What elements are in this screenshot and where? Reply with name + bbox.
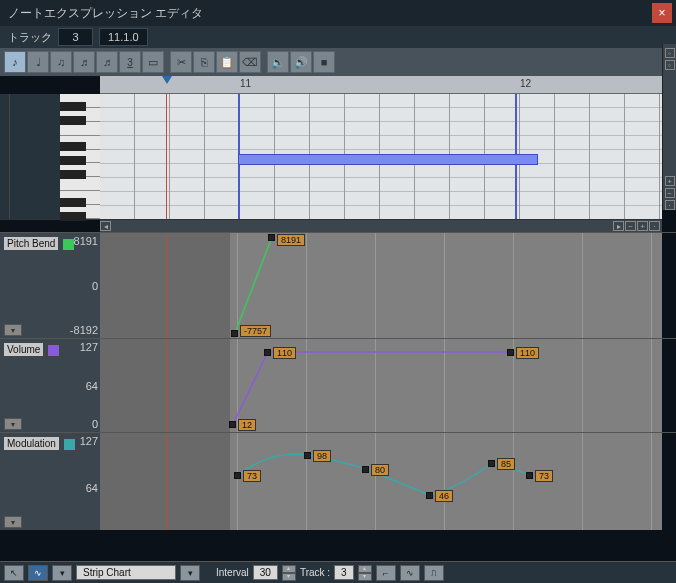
vctrl-add[interactable]: + <box>665 176 675 186</box>
lane-modulation: Modulation 127 64 ▾ 73 98 80 46 85 73 <box>0 432 676 530</box>
data-label: 46 <box>435 490 453 502</box>
data-point[interactable] <box>268 234 275 241</box>
lane-title: Modulation <box>4 437 59 450</box>
st-tool-b[interactable]: ∿ <box>400 565 420 581</box>
window-title: ノートエクスプレッション エディタ <box>8 5 203 22</box>
title-bar: ノートエクスプレッション エディタ × <box>0 0 676 26</box>
data-point[interactable] <box>264 349 271 356</box>
status-bar: ↖ ∿ ▾ Strip Chart ▾ Interval 30 ▴▾ Track… <box>0 561 676 583</box>
data-label: -7757 <box>240 325 271 337</box>
piano-gutter <box>0 94 10 219</box>
track-label: トラック <box>8 30 52 45</box>
st-tool-a[interactable]: ⌐ <box>376 565 396 581</box>
piano-roll: C3 <box>0 94 662 220</box>
data-point[interactable] <box>229 421 236 428</box>
tool-paste-icon[interactable]: 📋 <box>216 51 238 73</box>
hctrl-minus[interactable]: − <box>625 221 636 231</box>
ruler-mark: 11 <box>240 78 251 89</box>
track-position[interactable]: 11.1.0 <box>99 28 148 46</box>
data-point[interactable] <box>426 492 433 499</box>
data-label: 73 <box>535 470 553 482</box>
data-point[interactable] <box>362 466 369 473</box>
ruler-mark: 12 <box>520 78 531 89</box>
st-dropdown-1[interactable]: ▾ <box>52 565 72 581</box>
data-label: 73 <box>243 470 261 482</box>
tool-erase-icon[interactable]: ⌫ <box>239 51 261 73</box>
lane-header: Modulation 127 64 ▾ <box>0 433 100 530</box>
vctrl-minus[interactable]: − <box>665 188 675 198</box>
lane-canvas[interactable]: 12 110 110 <box>100 339 662 432</box>
tool-tuplet[interactable]: 3 <box>119 51 141 73</box>
st-tool-c[interactable]: ⎍ <box>424 565 444 581</box>
st-mode[interactable]: Strip Chart <box>76 565 176 580</box>
lane-canvas[interactable]: 73 98 80 46 85 73 <box>100 433 662 530</box>
st-interval-label: Interval <box>216 567 249 578</box>
tool-note-3[interactable]: ♫ <box>50 51 72 73</box>
track-info-bar: トラック 3 11.1.0 <box>0 26 676 48</box>
hctrl-dot[interactable]: · <box>649 221 660 231</box>
lane-volume: Volume 127 64 0 ▾ 12 110 110 <box>0 338 676 432</box>
midi-note[interactable] <box>238 154 538 165</box>
st-track-spinner[interactable]: ▴▾ <box>358 565 372 581</box>
lane-title: Volume <box>4 343 43 356</box>
lane-dropdown-icon[interactable]: ▾ <box>4 324 22 336</box>
data-label: 8191 <box>277 234 305 246</box>
tool-copy-icon[interactable]: ⎘ <box>193 51 215 73</box>
vctrl-dot[interactable]: · <box>665 200 675 210</box>
lane-color-icon[interactable] <box>48 345 59 356</box>
data-label: 110 <box>273 347 296 359</box>
data-label: 12 <box>238 419 256 431</box>
lane-canvas[interactable]: -7757 8191 <box>100 233 662 338</box>
tool-crop[interactable]: ▭ <box>142 51 164 73</box>
tool-cut-icon[interactable]: ✂ <box>170 51 192 73</box>
tool-speaker-icon[interactable]: 🔊 <box>290 51 312 73</box>
close-button[interactable]: × <box>652 3 672 23</box>
data-label: 80 <box>371 464 389 476</box>
tool-note-5[interactable]: ♬ <box>96 51 118 73</box>
piano-keys[interactable] <box>60 94 100 219</box>
lane-scale: 127 64 <box>68 433 98 530</box>
data-point[interactable] <box>304 452 311 459</box>
tool-note-2[interactable]: ♩ <box>27 51 49 73</box>
playhead-marker[interactable] <box>162 76 172 84</box>
vctrl-2[interactable]: ◦ <box>665 60 675 70</box>
data-point[interactable] <box>488 460 495 467</box>
track-number[interactable]: 3 <box>58 28 93 46</box>
lane-pitch-bend: Pitch Bend 8191 0 -8192 ▾ -7757 8191 <box>0 232 676 338</box>
tool-stop-icon[interactable]: ■ <box>313 51 335 73</box>
toolbar: ♪ ♩ ♫ ♬ ♬ 3 ▭ ✂ ⎘ 📋 ⌫ 🔈 🔊 ■ <box>0 48 676 76</box>
lane-header: Volume 127 64 0 ▾ <box>0 339 100 432</box>
lane-dropdown-icon[interactable]: ▾ <box>4 516 22 528</box>
lane-dropdown-icon[interactable]: ▾ <box>4 418 22 430</box>
data-point[interactable] <box>231 330 238 337</box>
hctrl-plus[interactable]: + <box>637 221 648 231</box>
st-track-label: Track : <box>300 567 330 578</box>
st-interval-value[interactable]: 30 <box>253 565 278 580</box>
lane-scale: 8191 0 -8192 <box>68 233 98 338</box>
data-point[interactable] <box>234 472 241 479</box>
st-interval-spinner[interactable]: ▴▾ <box>282 565 296 581</box>
lane-header: Pitch Bend 8191 0 -8192 ▾ <box>0 233 100 338</box>
st-wave-icon[interactable]: ∿ <box>28 565 48 581</box>
keyboard: C3 <box>0 94 100 219</box>
tool-note-4[interactable]: ♬ <box>73 51 95 73</box>
data-label: 110 <box>516 347 539 359</box>
data-label: 85 <box>497 458 515 470</box>
vertical-controls: ◦ ◦ + − · <box>662 44 676 210</box>
hctrl-left[interactable]: ◂ <box>100 221 111 231</box>
lane-scale: 127 64 0 <box>68 339 98 432</box>
st-track-value[interactable]: 3 <box>334 565 354 580</box>
lane-title: Pitch Bend <box>4 237 58 250</box>
h-scroll-controls: ◂ ▸ − + · <box>100 220 662 232</box>
data-point[interactable] <box>507 349 514 356</box>
data-point[interactable] <box>526 472 533 479</box>
vctrl-1[interactable]: ◦ <box>665 48 675 58</box>
st-dropdown-2[interactable]: ▾ <box>180 565 200 581</box>
hctrl-right[interactable]: ▸ <box>613 221 624 231</box>
st-arrow-icon[interactable]: ↖ <box>4 565 24 581</box>
tool-note-1[interactable]: ♪ <box>4 51 26 73</box>
timeline-ruler[interactable]: 11 12 <box>100 76 662 94</box>
tool-mute-icon[interactable]: 🔈 <box>267 51 289 73</box>
expression-lanes: Pitch Bend 8191 0 -8192 ▾ -7757 8191 Vol… <box>0 232 676 530</box>
note-grid[interactable] <box>100 94 662 219</box>
